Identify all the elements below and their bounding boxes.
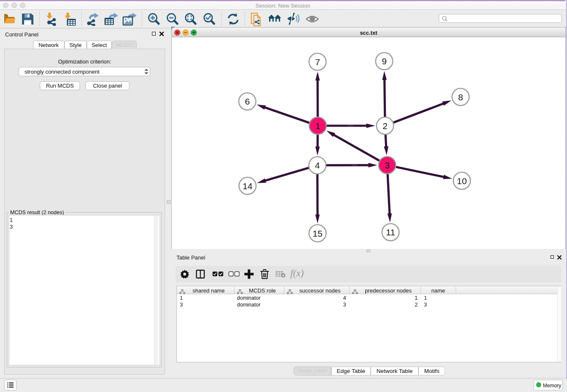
svg-text:4: 4 (315, 160, 320, 170)
svg-text:14: 14 (242, 181, 253, 191)
svg-text:7: 7 (315, 57, 320, 67)
svg-text:10: 10 (457, 176, 467, 186)
svg-text:1: 1 (315, 121, 320, 131)
svg-text:15: 15 (313, 229, 322, 238)
svg-text:9: 9 (382, 56, 387, 66)
svg-text:3: 3 (385, 160, 390, 170)
svg-text:2: 2 (383, 121, 388, 131)
svg-text:6: 6 (245, 97, 250, 106)
svg-text:8: 8 (458, 92, 463, 102)
svg-text:11: 11 (386, 227, 395, 237)
